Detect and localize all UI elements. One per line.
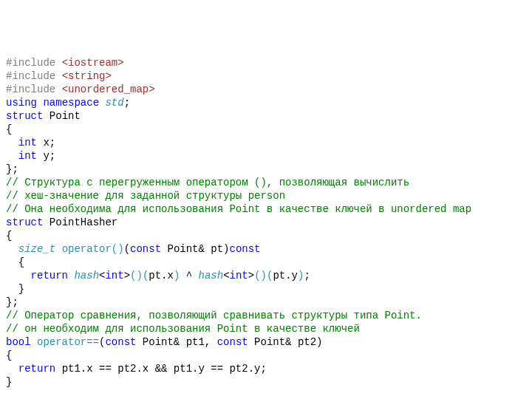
code-token: // Она необходима для использования Poin… — [6, 203, 471, 215]
code-token: ()( — [254, 270, 273, 282]
code-token: <string> — [62, 70, 112, 82]
code-token: { — [6, 349, 12, 361]
code-token: }; — [6, 163, 18, 175]
code-token: std — [105, 97, 123, 109]
code-token: using — [6, 97, 37, 109]
code-token: bool — [6, 336, 31, 348]
code-line: { — [6, 229, 526, 242]
code-token: // он необходим для использования Point … — [6, 323, 360, 335]
code-token: y; — [37, 150, 55, 162]
code-token: hash — [199, 270, 224, 282]
code-token — [31, 336, 37, 348]
code-token: }; — [6, 296, 18, 308]
code-token: { — [6, 123, 12, 135]
code-token — [6, 283, 18, 295]
code-token: { — [6, 230, 12, 242]
code-line: #include <string> — [6, 69, 526, 83]
code-token: const — [230, 243, 261, 255]
code-token — [6, 150, 18, 162]
code-line: { — [6, 123, 526, 136]
code-line: { — [6, 256, 526, 269]
code-token: // Оператор сравнения, позволяющий сравн… — [6, 310, 422, 321]
code-token: < — [223, 270, 229, 282]
code-token: Point& pt1, — [136, 336, 216, 348]
code-token — [6, 243, 18, 255]
code-token: const — [130, 243, 161, 255]
code-token: #include — [6, 83, 62, 95]
code-token: ) — [316, 336, 322, 348]
code-token: ^ — [180, 270, 198, 282]
code-token: x; — [37, 137, 55, 149]
code-token: const — [105, 336, 136, 348]
code-line: }; — [6, 163, 526, 176]
code-line: return hash<int>()(pt.x) ^ hash<int>()(p… — [6, 269, 526, 282]
code-line: // Она необходима для использования Poin… — [6, 202, 526, 216]
code-token: operator() — [62, 243, 124, 255]
code-token: // хеш-значение для заданной структуры p… — [6, 190, 285, 202]
code-token: <iostream> — [62, 57, 124, 69]
code-line: // хеш-значение для заданной структуры p… — [6, 189, 526, 202]
code-line: size_t operator()(const Point& pt)const — [6, 242, 526, 256]
code-token: int — [18, 150, 37, 162]
code-line: #include <unordered_map> — [6, 83, 526, 96]
code-token: pt.y — [273, 270, 298, 282]
code-line: #include <iostream> — [6, 56, 526, 69]
code-token — [6, 270, 31, 282]
code-token: return — [31, 270, 68, 282]
code-token: ( — [124, 243, 130, 255]
code-line: struct PointHasher — [6, 216, 526, 229]
code-token: PointHasher — [43, 216, 117, 228]
code-block: #include <iostream>#include <string>#inc… — [6, 56, 526, 389]
code-line: }; — [6, 296, 526, 309]
code-token: struct — [6, 110, 43, 122]
code-token: } — [6, 376, 12, 388]
code-token: > — [248, 270, 254, 282]
code-line: // Структура с перегруженным оператором … — [6, 176, 526, 189]
code-token: > — [124, 270, 130, 282]
code-line: } — [6, 375, 526, 389]
code-token: ) — [223, 243, 229, 255]
code-token: return — [18, 363, 55, 375]
code-line: using namespace std; — [6, 96, 526, 109]
code-token: int — [230, 270, 248, 282]
code-token — [6, 256, 18, 268]
code-token: Point& pt2 — [248, 336, 316, 348]
code-token: Point — [43, 110, 80, 122]
code-line: // он необходим для использования Point … — [6, 322, 526, 335]
code-token: int — [105, 270, 123, 282]
code-line: } — [6, 282, 526, 296]
code-token: ; — [304, 270, 310, 282]
code-token: { — [18, 256, 24, 268]
code-token: hash — [74, 270, 99, 282]
code-token: } — [18, 283, 24, 295]
code-token: pt.x — [149, 270, 174, 282]
code-line: return pt1.x == pt2.x && pt1.y == pt2.y; — [6, 362, 526, 375]
code-token: operator== — [37, 336, 99, 348]
code-token: #include — [6, 57, 62, 69]
code-line: bool operator==(const Point& pt1, const … — [6, 335, 526, 349]
code-token: struct — [6, 216, 43, 228]
code-token: const — [217, 336, 248, 348]
code-token: ; — [124, 97, 130, 109]
code-token — [55, 243, 61, 255]
code-token: Point& pt — [161, 243, 223, 255]
code-token: pt1.x == pt2.x && pt1.y == pt2.y; — [55, 363, 267, 375]
code-token: #include — [6, 70, 62, 82]
code-line: struct Point — [6, 109, 526, 123]
code-line: // Оператор сравнения, позволяющий сравн… — [6, 309, 526, 322]
code-token: int — [18, 137, 37, 149]
code-line: int x; — [6, 136, 526, 149]
code-token: // Структура с перегруженным оператором … — [6, 177, 409, 188]
code-line: int y; — [6, 149, 526, 163]
code-token: <unordered_map> — [62, 83, 155, 95]
code-token: namespace — [43, 97, 99, 109]
code-token — [6, 363, 18, 375]
code-token: size_t — [18, 243, 55, 255]
code-line: { — [6, 349, 526, 362]
code-token — [6, 137, 18, 149]
code-token: ()( — [130, 270, 149, 282]
